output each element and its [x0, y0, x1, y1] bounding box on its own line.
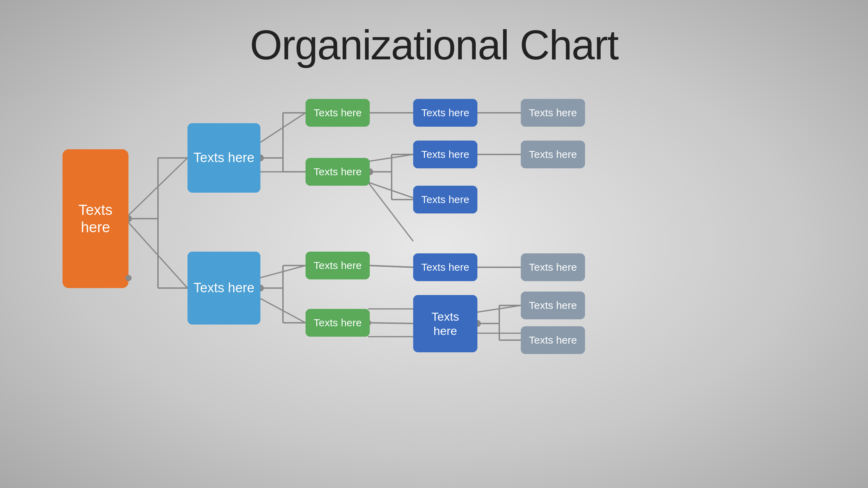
node-l3e: Texts here	[413, 253, 477, 281]
node-l4b: Texts here	[521, 141, 585, 168]
node-l3f: Texts here	[413, 295, 477, 352]
node-l4e: Texts here	[521, 326, 585, 354]
node-l4d: Texts here	[521, 292, 585, 319]
node-l2c: Texts here	[306, 252, 370, 279]
node-l4c: Texts here	[521, 253, 585, 281]
node-l3c: Texts here	[413, 186, 477, 213]
nodes-container: Texts here Texts here Texts here Texts h…	[0, 0, 868, 488]
node-l2b: Texts here	[306, 158, 370, 186]
node-l1a: Texts here	[187, 123, 260, 193]
node-l4a: Texts here	[521, 99, 585, 127]
node-root: Texts here	[62, 149, 128, 288]
node-l3b: Texts here	[413, 141, 477, 168]
node-l3a: Texts here	[413, 99, 477, 127]
node-l1b: Texts here	[187, 252, 260, 325]
node-l2d: Texts here	[306, 309, 370, 337]
dot-root	[125, 275, 132, 281]
node-l2a: Texts here	[306, 99, 370, 127]
